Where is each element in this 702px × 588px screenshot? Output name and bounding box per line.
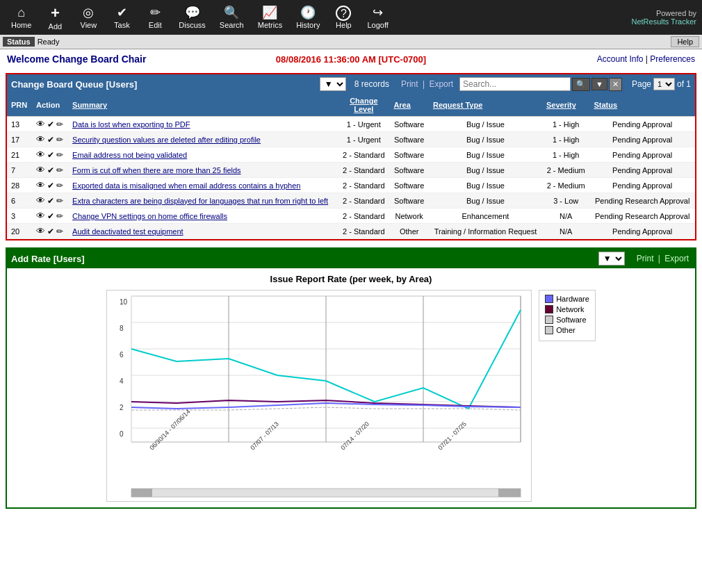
rate-print-link[interactable]: Print bbox=[637, 254, 654, 263]
view-record-icon[interactable]: 👁 bbox=[36, 180, 45, 190]
cell-status: Pending Approval bbox=[589, 178, 695, 193]
cell-prn: 28 bbox=[7, 178, 32, 193]
edit-record-icon[interactable]: ✏ bbox=[56, 227, 63, 236]
cell-summary[interactable]: Audit deactivated test equipment bbox=[68, 224, 338, 239]
cell-change-level: 2 - Standard bbox=[338, 178, 389, 193]
cell-severity: 1 - High bbox=[542, 132, 589, 147]
cell-status: Pending Approval bbox=[589, 132, 695, 147]
edit-record-icon[interactable]: ✏ bbox=[56, 165, 63, 175]
cell-summary[interactable]: Email address not being validated bbox=[68, 147, 338, 163]
cell-area: Software bbox=[389, 163, 429, 178]
approve-icon[interactable]: ✔ bbox=[47, 165, 54, 175]
nav-home[interactable]: ⌂ Home bbox=[6, 4, 37, 31]
view-record-icon[interactable]: 👁 bbox=[36, 134, 45, 145]
edit-record-icon[interactable]: ✏ bbox=[56, 120, 63, 129]
nav-search[interactable]: 🔍 Search bbox=[214, 4, 250, 31]
help-button[interactable]: Help bbox=[671, 36, 699, 47]
rate-selector[interactable]: ▼ bbox=[598, 252, 625, 266]
approve-icon[interactable]: ✔ bbox=[47, 120, 54, 129]
cell-status: Pending Research Approval bbox=[589, 209, 695, 224]
view-record-icon[interactable]: 👁 bbox=[36, 211, 45, 221]
legend-hardware: Hardware bbox=[545, 295, 589, 303]
nav-view[interactable]: ◎ View bbox=[73, 4, 104, 31]
edit-record-icon[interactable]: ✏ bbox=[56, 181, 63, 190]
view-record-icon[interactable]: 👁 bbox=[36, 165, 45, 175]
export-link[interactable]: Export bbox=[429, 79, 453, 89]
search-button[interactable]: 🔍 bbox=[572, 78, 590, 91]
svg-rect-25 bbox=[498, 489, 521, 497]
edit-record-icon[interactable]: ✏ bbox=[56, 150, 63, 160]
nav-history[interactable]: 🕐 History bbox=[291, 4, 325, 31]
table-row: 3 👁 ✔ ✏ Change VPN settings on home offi… bbox=[7, 209, 695, 224]
account-info-link[interactable]: Account Info bbox=[597, 54, 644, 64]
search-clear-button[interactable]: ✕ bbox=[609, 78, 622, 91]
legend-other: Other bbox=[545, 326, 589, 334]
cell-summary[interactable]: Data is lost when exporting to PDF bbox=[68, 117, 338, 132]
chart-visualization: 10 8 6 4 2 0 bbox=[107, 291, 531, 499]
nav-logoff[interactable]: ↪ Logoff bbox=[361, 4, 393, 31]
col-summary[interactable]: Summary bbox=[68, 94, 338, 117]
view-record-icon[interactable]: 👁 bbox=[36, 226, 45, 236]
cell-summary[interactable]: Extra characters are being displayed for… bbox=[68, 193, 338, 209]
svg-text:6: 6 bbox=[120, 351, 124, 359]
cell-change-level: 1 - Urgent bbox=[338, 117, 389, 132]
approve-icon[interactable]: ✔ bbox=[47, 150, 54, 160]
nav-discuss[interactable]: 💬 Discuss bbox=[173, 4, 211, 31]
approve-icon[interactable]: ✔ bbox=[47, 196, 54, 206]
col-action: Action bbox=[32, 94, 68, 117]
col-change-level[interactable]: ChangeLevel bbox=[338, 94, 389, 117]
cell-prn: 21 bbox=[7, 147, 32, 163]
table-row: 13 👁 ✔ ✏ Data is lost when exporting to … bbox=[7, 117, 695, 132]
edit-record-icon[interactable]: ✏ bbox=[56, 196, 63, 206]
cell-summary[interactable]: Form is cut off when there are more than… bbox=[68, 163, 338, 178]
print-link[interactable]: Print bbox=[401, 79, 418, 89]
software-label: Software bbox=[556, 316, 586, 324]
search-input[interactable] bbox=[459, 77, 571, 91]
edit-record-icon[interactable]: ✏ bbox=[56, 135, 63, 145]
page-selector[interactable]: 1 bbox=[653, 78, 675, 90]
page-header: Welcome Change Board Chair 08/08/2016 11… bbox=[0, 49, 702, 69]
approve-icon[interactable]: ✔ bbox=[47, 227, 54, 236]
nav-help[interactable]: ? Help bbox=[328, 4, 359, 31]
search-dropdown-button[interactable]: ▼ bbox=[591, 78, 607, 90]
queue-selector[interactable]: ▼ bbox=[320, 77, 346, 91]
add-icon: + bbox=[51, 4, 60, 22]
edit-record-icon[interactable]: ✏ bbox=[56, 211, 63, 221]
cell-prn: 17 bbox=[7, 132, 32, 147]
hardware-label: Hardware bbox=[556, 295, 589, 303]
preferences-link[interactable]: Preferences bbox=[650, 54, 695, 64]
table-row: 28 👁 ✔ ✏ Exported data is misaligned whe… bbox=[7, 178, 695, 193]
cell-status: Pending Research Approval bbox=[589, 193, 695, 209]
approve-icon[interactable]: ✔ bbox=[47, 135, 54, 145]
header-links: Account Info | Preferences bbox=[466, 54, 695, 64]
cell-severity: 2 - Medium bbox=[542, 163, 589, 178]
other-label: Other bbox=[556, 326, 576, 334]
status-bar: Status Ready Help bbox=[0, 35, 702, 49]
view-record-icon[interactable]: 👁 bbox=[36, 149, 45, 160]
view-record-icon[interactable]: 👁 bbox=[36, 195, 45, 206]
cell-area: Software bbox=[389, 193, 429, 209]
svg-rect-24 bbox=[131, 489, 152, 497]
approve-icon[interactable]: ✔ bbox=[47, 211, 54, 221]
cell-action: 👁 ✔ ✏ bbox=[32, 117, 68, 132]
cell-request-type: Bug / Issue bbox=[429, 193, 542, 209]
cell-summary[interactable]: Security question values are deleted aft… bbox=[68, 132, 338, 147]
nav-edit[interactable]: ✏ Edit bbox=[140, 4, 170, 31]
page-label: Page bbox=[632, 79, 651, 89]
nav-add[interactable]: + Add bbox=[40, 3, 70, 32]
cell-area: Network bbox=[389, 209, 429, 224]
cell-summary[interactable]: Change VPN settings on home office firew… bbox=[68, 209, 338, 224]
col-request-type[interactable]: Request Type bbox=[429, 94, 542, 117]
cell-summary[interactable]: Exported data is misaligned when email a… bbox=[68, 178, 338, 193]
approve-icon[interactable]: ✔ bbox=[47, 181, 54, 190]
col-area[interactable]: Area bbox=[389, 94, 429, 117]
cell-request-type: Training / Information Request bbox=[429, 224, 542, 239]
cell-severity: 1 - High bbox=[542, 117, 589, 132]
nav-task[interactable]: ✔ Task bbox=[106, 4, 137, 31]
rate-export-link[interactable]: Export bbox=[664, 254, 689, 263]
brand-link[interactable]: NetResults Tracker bbox=[631, 17, 696, 26]
col-status[interactable]: Status bbox=[589, 94, 695, 117]
view-record-icon[interactable]: 👁 bbox=[36, 119, 45, 129]
nav-metrics[interactable]: 📈 Metrics bbox=[252, 4, 288, 31]
col-severity[interactable]: Severity bbox=[542, 94, 589, 117]
